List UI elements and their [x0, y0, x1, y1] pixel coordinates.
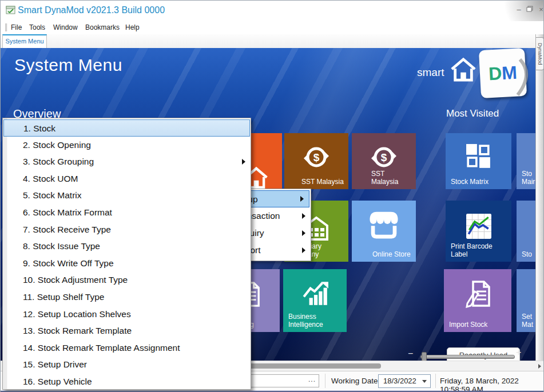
menu-tools[interactable]: Tools [29, 23, 45, 31]
menu-item-label: 6. Stock Matrix Format [23, 207, 112, 217]
menu-window[interactable]: Window [53, 23, 78, 31]
menu-item-stock-receive-type[interactable]: 7. Stock Receive Type [3, 221, 251, 238]
submenu-arrow-icon [302, 247, 305, 253]
menu-help[interactable]: Help [125, 23, 140, 31]
menu-item-label: 12. Setup Location Shelves [23, 309, 131, 319]
currency-sync-icon: $ [303, 143, 330, 171]
tile-stock-matrix[interactable]: Stock Matrix [446, 133, 511, 189]
restore-button[interactable] [525, 5, 534, 14]
menu-item-label: 5. Stock Matrix [23, 190, 82, 200]
chart-growth-icon [301, 281, 329, 307]
working-date-value: 18/3/2022 [383, 377, 416, 385]
toolbar-gripper[interactable] [5, 23, 7, 31]
menu-item-label: 11. Setup Shelf Type [23, 292, 104, 302]
application-window: Smart DynaMod v2021.3 Build 0000 – × Fil… [0, 0, 544, 392]
menu-bookmarks[interactable]: Bookmarks [85, 23, 120, 31]
tile-sst-malaysia-2[interactable]: $ SST Malaysia [352, 133, 416, 189]
menu-item-setup-shelf-type[interactable]: 11. Setup Shelf Type [3, 289, 251, 306]
restore-icon [526, 6, 533, 12]
ellipsis-button[interactable]: ... [308, 375, 316, 383]
tile-label: Set Mat [522, 313, 535, 329]
tile-online-store[interactable]: Online Store [352, 201, 416, 262]
window-title: Smart DynaMod v2021.3 Build 0000 [18, 5, 165, 15]
menu-item-setup-location-shelves[interactable]: 12. Setup Location Shelves [3, 306, 251, 323]
menu-item-stock-grouping[interactable]: 3. Stock Grouping [3, 153, 251, 170]
submenu-arrow-icon [242, 159, 245, 165]
menu-item-label: 13. Stock Remark Template [23, 326, 132, 335]
app-icon [6, 6, 15, 14]
menu-item-stock-matrix-format[interactable]: 6. Stock Matrix Format [3, 204, 251, 221]
menu-item-setup-vehicle[interactable]: 16. Setup Vehicle [3, 373, 251, 390]
menu-item-stock-write-off-type[interactable]: 9. Stock Write Off Type [3, 255, 251, 272]
menu-item-label: 14. Stock Remark Template Assignment [23, 343, 180, 353]
logo-letter-d: D [488, 63, 502, 84]
scrollbar-right-arrow-icon[interactable] [538, 364, 541, 369]
menu-item-label: 3. Stock Grouping [23, 157, 94, 166]
tile-label: Online Store [372, 250, 413, 258]
page-title: System Menu [14, 55, 122, 75]
menu-file[interactable]: File [11, 23, 22, 31]
menu-item-label: 8. Stock Issue Type [23, 241, 100, 251]
menu-item-label: 15. Setup Driver [23, 359, 87, 369]
tile-label: Business Intelligence [288, 313, 344, 329]
tile-label: SST Malaysia [301, 178, 346, 186]
menu-item-label: 16. Setup Vehicle [23, 377, 92, 386]
working-date-picker[interactable]: 18/3/2022 [378, 374, 431, 388]
menu-item-label: 7. Stock Receive Type [23, 225, 111, 234]
menu-item-label: 10. Stock Adjustment Type [23, 275, 128, 285]
menu-item-stock-opening[interactable]: 2. Stock Opening [3, 137, 251, 154]
stock-setup-menu: 1. Stock 2. Stock Opening 3. Stock Group… [2, 118, 251, 390]
menu-item-stock-issue-type[interactable]: 8. Stock Issue Type [3, 238, 251, 255]
menu-item-label: 2. Stock Opening [23, 140, 91, 150]
storefront-icon [367, 210, 400, 239]
tile-label: Print Barcode Label [451, 242, 509, 258]
menu-item-setup-driver[interactable]: 15. Setup Driver [3, 356, 251, 373]
tile-import-stock[interactable]: Import Stock [444, 269, 511, 332]
tile-stock-maintenance-cut[interactable]: Sto Mair [517, 133, 535, 189]
tile-print-barcode-label[interactable]: Print Barcode Label [446, 201, 511, 262]
minimize-button[interactable]: – [514, 5, 523, 14]
menu-item-label: 4. Stock UOM [23, 174, 78, 183]
matrix-icon [466, 143, 492, 170]
tab-system-menu[interactable]: System Menu [2, 34, 47, 48]
submenu-arrow-icon [302, 230, 305, 236]
svg-text:$: $ [313, 151, 320, 163]
tile-label: Stock Matrix [451, 178, 509, 186]
menu-item-label: 9. Stock Write Off Type [23, 258, 114, 268]
tile-label: Import Stock [449, 321, 509, 329]
current-datetime: Friday, 18 March, 2022 10:58:59 AM [440, 377, 543, 392]
chevron-down-icon [422, 380, 427, 383]
menu-item-stock-adjustment-type[interactable]: 10. Stock Adjustment Type [3, 271, 251, 289]
zoom-out-button[interactable]: − [408, 349, 413, 359]
menu-item-stock[interactable]: 1. Stock [3, 119, 250, 137]
logo-swoosh [514, 58, 535, 96]
menu-item-stock-uom[interactable]: 4. Stock UOM [3, 170, 251, 187]
menu-item-stock-remark-template[interactable]: 13. Stock Remark Template [3, 322, 251, 339]
zoom-slider-handle[interactable] [422, 352, 427, 361]
separator [325, 374, 325, 388]
tab-strip: System Menu [1, 34, 543, 48]
tile-label: SST Malaysia [371, 170, 413, 186]
submenu-arrow-icon [302, 213, 305, 219]
tile-label: g [250, 321, 277, 329]
tile-stock-cut[interactable]: Sto [517, 201, 535, 262]
submenu-arrow-icon [300, 196, 304, 202]
menu-bar: File Tools Window Bookmarks Help [1, 21, 543, 34]
tile-sst-malaysia-1[interactable]: $ SST Malaysia [284, 133, 348, 189]
menu-item-label: 1. Stock [23, 123, 55, 133]
tile-setup-matrix-cut[interactable]: Set Mat [517, 269, 535, 332]
flyout-strip: DynaMod [535, 34, 544, 361]
close-button[interactable]: × [537, 5, 544, 14]
zoom-slider-track[interactable] [420, 355, 515, 359]
zoom-in-button[interactable]: + [516, 347, 521, 358]
home-icon[interactable] [450, 57, 477, 82]
document-edit-icon [464, 279, 491, 308]
menu-item-stock-remark-template-assignment[interactable]: 14. Stock Remark Template Assignment [3, 339, 251, 357]
tile-business-intelligence[interactable]: Business Intelligence [283, 269, 347, 332]
line-chart-icon [466, 213, 492, 239]
tile-label: Sto [522, 250, 535, 258]
svg-text:$: $ [381, 151, 387, 163]
dynamod-flyout-tab[interactable]: DynaMod [536, 37, 544, 70]
most-visited-heading: Most Visited [446, 108, 499, 119]
menu-item-stock-matrix[interactable]: 5. Stock Matrix [3, 187, 251, 204]
